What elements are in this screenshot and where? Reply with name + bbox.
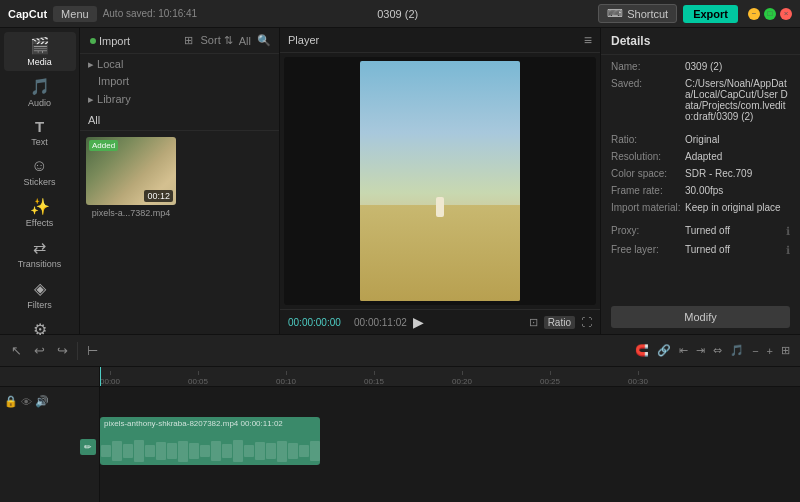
detail-framerate-row: Frame rate: 30.00fps: [611, 185, 790, 196]
track-edit-button[interactable]: ✏: [80, 439, 96, 455]
detail-colorspace-row: Color space: SDR - Rec.709: [611, 168, 790, 179]
sidebar-item-audio[interactable]: 🎵 Audio: [4, 73, 76, 112]
track-waveform: [100, 437, 320, 465]
title-bar: CapCut Menu Auto saved: 10:16:41 0309 (2…: [0, 0, 800, 28]
split-button[interactable]: ⊢: [84, 340, 101, 361]
player-menu-button[interactable]: ≡: [584, 32, 592, 48]
media-nav: ▸ Local: [80, 54, 279, 75]
tools-panel: 🎬 Media 🎵 Audio T Text ☺ Stickers ✨ Effe…: [0, 28, 80, 334]
track-lock-icon[interactable]: 🔒: [4, 395, 18, 408]
effects-icon: ✨: [30, 197, 50, 216]
close-button[interactable]: ×: [780, 8, 792, 20]
media-panel: Import ⊞ Sort ⇅ All 🔍 ▸ Local Import ▸ L…: [80, 28, 280, 334]
local-nav-item[interactable]: ▸ Local: [88, 58, 123, 71]
audio-link-button[interactable]: 🎵: [728, 342, 746, 359]
ruler-mark-20: 00:20: [452, 367, 472, 386]
timeline-track-controls: 🔒 👁 🔊 ✏: [0, 367, 100, 502]
current-time: 00:00:00:00: [288, 317, 348, 328]
added-badge: Added: [89, 140, 118, 151]
fullscreen-button[interactable]: ⛶: [581, 316, 592, 329]
maximize-button[interactable]: □: [764, 8, 776, 20]
play-button[interactable]: ▶: [413, 314, 424, 330]
proxy-label: Proxy:: [611, 225, 681, 238]
ruler-mark-5: 00:05: [188, 367, 208, 386]
auto-save-label: Auto saved: 10:16:41: [103, 8, 198, 19]
media-library-nav: ▸ Library: [80, 89, 279, 110]
proxy-info-icon[interactable]: ℹ: [786, 225, 790, 238]
sidebar-item-stickers[interactable]: ☺ Stickers: [4, 153, 76, 191]
zoom-out-button[interactable]: −: [750, 343, 760, 359]
text-icon: T: [35, 118, 44, 135]
detail-saved-row: Saved: C:/Users/Noah/AppData/Local/CapCu…: [611, 78, 790, 122]
zoom-in-button[interactable]: +: [765, 343, 775, 359]
details-content: Name: 0309 (2) Saved: C:/Users/Noah/AppD…: [601, 55, 800, 300]
sidebar-item-transitions[interactable]: ⇄ Transitions: [4, 234, 76, 273]
sidebar-item-effects[interactable]: ✨ Effects: [4, 193, 76, 232]
link-button[interactable]: 🔗: [655, 342, 673, 359]
ruler-mark-15: 00:15: [364, 367, 384, 386]
transitions-label: Transitions: [18, 259, 62, 269]
ruler-mark-30: 00:30: [628, 367, 648, 386]
timeline: ↖ ↩ ↪ ⊢ 🧲 🔗 ⇤ ⇥ ⇔ 🎵 − + ⊞ 🔒 👁 🔊: [0, 334, 800, 502]
freelayer-info-icon[interactable]: ℹ: [786, 244, 790, 257]
proxy-value: Turned off: [685, 225, 782, 238]
distribute-button[interactable]: ⇔: [711, 342, 724, 359]
sidebar-item-media[interactable]: 🎬 Media: [4, 32, 76, 71]
fit-timeline-button[interactable]: ⊞: [779, 342, 792, 359]
ratio-button[interactable]: Ratio: [544, 316, 575, 329]
video-figure: [436, 197, 444, 217]
search-button[interactable]: 🔍: [255, 32, 273, 49]
grid-view-button[interactable]: ⊞: [182, 32, 195, 49]
video-background-path: [360, 205, 520, 301]
export-button[interactable]: Export: [683, 5, 738, 23]
cursor-tool-button[interactable]: ↖: [8, 340, 25, 361]
resolution-label: Resolution:: [611, 151, 681, 162]
ruler-spacer: [0, 367, 99, 387]
timeline-ruler: 00:00 00:05 00:10 00:15 00:20: [100, 367, 800, 387]
saved-label: Saved:: [611, 78, 681, 122]
sidebar-item-text[interactable]: T Text: [4, 114, 76, 151]
track-eye-icon[interactable]: 👁: [21, 396, 32, 408]
import-button[interactable]: Import: [86, 33, 134, 49]
detail-name-row: Name: 0309 (2): [611, 61, 790, 72]
library-nav-item[interactable]: ▸ Library: [88, 93, 131, 106]
redo-button[interactable]: ↪: [54, 340, 71, 361]
import-nav-item[interactable]: Import: [88, 75, 129, 87]
snap-button[interactable]: 🧲: [633, 342, 651, 359]
timeline-tracks-area: pixels-anthony-shkraba-8207382.mp4 00:00…: [100, 387, 800, 502]
player-title: Player: [288, 34, 319, 46]
resolution-value: Adapted: [685, 151, 790, 162]
saved-value: C:/Users/Noah/AppData/Local/CapCut/User …: [685, 78, 790, 122]
align-left-button[interactable]: ⇤: [677, 342, 690, 359]
media-label: Media: [27, 57, 52, 67]
timeline-toolbar: ↖ ↩ ↪ ⊢ 🧲 🔗 ⇤ ⇥ ⇔ 🎵 − + ⊞: [0, 335, 800, 367]
audio-label: Audio: [28, 98, 51, 108]
media-item[interactable]: Added 00:12 pixels-a...7382.mp4: [86, 137, 176, 218]
all-filter-button[interactable]: All: [239, 35, 251, 47]
timeline-main: 🔒 👁 🔊 ✏ 00:00 00:05: [0, 367, 800, 502]
undo-button[interactable]: ↩: [31, 340, 48, 361]
detail-ratio-row: Ratio: Original: [611, 134, 790, 145]
effects-label: Effects: [26, 218, 53, 228]
track-audio-icon[interactable]: 🔊: [35, 395, 49, 408]
stickers-icon: ☺: [31, 157, 47, 175]
modify-button[interactable]: Modify: [611, 306, 790, 328]
fit-screen-button[interactable]: ⊡: [529, 316, 538, 329]
playhead[interactable]: [100, 367, 101, 386]
main-video-track[interactable]: pixels-anthony-shkraba-8207382.mp4 00:00…: [100, 417, 320, 465]
app-logo: CapCut: [8, 8, 47, 20]
name-label: Name:: [611, 61, 681, 72]
sidebar-item-filters[interactable]: ◈ Filters: [4, 275, 76, 314]
player-panel: Player ≡ 00:00:00:00 00:00:11:02 ▶ ⊡ Rat…: [280, 28, 600, 334]
player-viewport: [284, 57, 596, 305]
details-header: Details: [601, 28, 800, 55]
shortcut-button[interactable]: ⌨ Shortcut: [598, 4, 677, 23]
colorspace-value: SDR - Rec.709: [685, 168, 790, 179]
media-thumbnail: Added 00:12: [86, 137, 176, 205]
media-filename: pixels-a...7382.mp4: [86, 208, 176, 218]
align-right-button[interactable]: ⇥: [694, 342, 707, 359]
menu-button[interactable]: Menu: [53, 6, 97, 22]
sort-button[interactable]: Sort ⇅: [199, 32, 235, 49]
stickers-label: Stickers: [23, 177, 55, 187]
minimize-button[interactable]: −: [748, 8, 760, 20]
